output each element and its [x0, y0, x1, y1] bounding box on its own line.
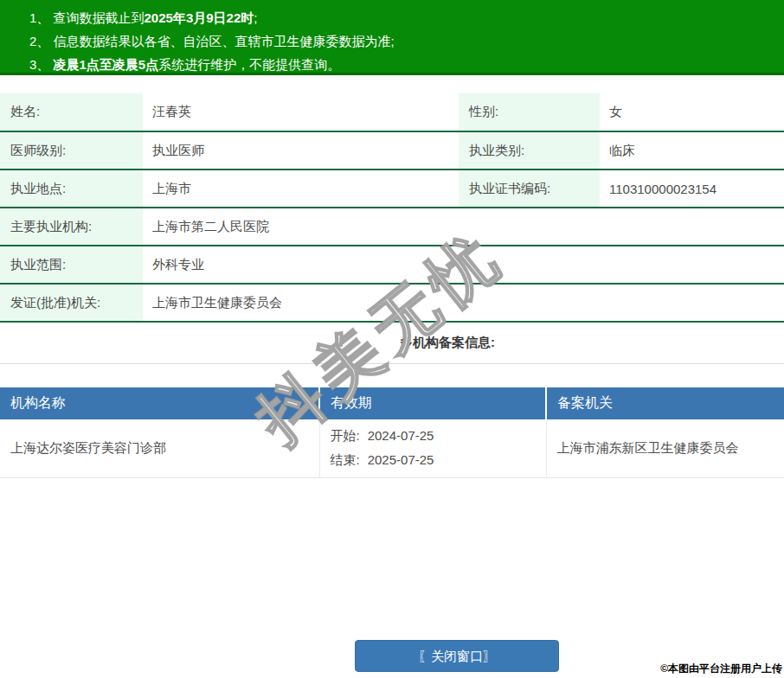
validity-end-label: 结束: — [331, 452, 360, 467]
validity-start: 开始:2024-07-25 — [331, 428, 546, 445]
field-value-name: 汪春英 — [143, 93, 459, 131]
field-value-level: 执业医师 — [143, 131, 459, 170]
query-result-page: 1、 查询数据截止到2025年3月9日22时; 2、 信息数据结果以各省、自治区… — [0, 0, 784, 678]
filing-org-name: 上海达尔姿医疗美容门诊部 — [0, 419, 319, 478]
field-value-category: 临床 — [600, 131, 784, 170]
field-label-location: 执业地点: — [0, 170, 143, 208]
notice-text: 系统进行维护，不能提供查询。 — [158, 57, 340, 72]
notice-text: ; — [254, 10, 257, 25]
filing-col-authority: 备案机关 — [546, 387, 784, 419]
field-label-cert-no: 执业证书编码: — [459, 170, 600, 208]
practitioner-info-table: 姓名: 汪春英 性别: 女 医师级别: 执业医师 执业类别: 临床 执业地点: … — [0, 93, 784, 323]
field-value-location: 上海市 — [143, 170, 459, 208]
notice-text: 3、 — [29, 57, 54, 72]
field-label-category: 执业类别: — [459, 131, 600, 170]
field-value-gender: 女 — [600, 93, 784, 131]
filing-table-row: 上海达尔姿医疗美容门诊部 开始:2024-07-25 结束:2025-07-25… — [0, 419, 784, 478]
notice-line-1: 1、 查询数据截止到2025年3月9日22时; — [29, 6, 775, 29]
notice-text: 1、 查询数据截止到 — [29, 10, 145, 25]
field-label-name: 姓名: — [0, 93, 143, 131]
validity-period: 开始:2024-07-25 结束:2025-07-25 — [331, 419, 546, 477]
field-label-issuer: 发证(批准)机关: — [0, 284, 143, 322]
filing-section-header: 多机构备案信息: — [0, 323, 784, 364]
filing-section-title: 多机构备案信息: — [400, 335, 495, 351]
filing-authority: 上海市浦东新区卫生健康委员会 — [546, 419, 784, 478]
field-value-main-org: 上海市第二人民医院 — [143, 208, 784, 246]
field-label-level: 医师级别: — [0, 131, 143, 170]
field-value-scope: 外科专业 — [143, 246, 784, 284]
validity-start-label: 开始: — [331, 428, 360, 443]
field-value-cert-no: 110310000023154 — [600, 170, 784, 208]
filing-table: 机构名称 有效期 备案机关 上海达尔姿医疗美容门诊部 开始:2024-07-25… — [0, 387, 784, 478]
close-window-button[interactable]: 〖关闭窗口〗 — [355, 640, 559, 672]
table-row: 姓名: 汪春英 性别: 女 — [0, 93, 784, 131]
filing-col-org: 机构名称 — [0, 387, 319, 419]
upload-copyright-note: ©本图由平台注册用户上传 — [660, 662, 782, 676]
field-value-issuer: 上海市卫生健康委员会 — [143, 284, 784, 322]
field-label-main-org: 主要执业机构: — [0, 208, 143, 246]
filing-col-validity: 有效期 — [319, 387, 546, 419]
notice-line-2: 2、 信息数据结果以各省、自治区、直辖市卫生健康委数据为准; — [29, 29, 775, 53]
notice-text: 2、 信息数据结果以各省、自治区、直辖市卫生健康委数据为准; — [29, 34, 395, 48]
validity-end: 结束:2025-07-25 — [331, 452, 546, 469]
filing-validity: 开始:2024-07-25 结束:2025-07-25 — [319, 419, 546, 478]
validity-start-date: 2024-07-25 — [368, 428, 434, 443]
field-label-scope: 执业范围: — [0, 246, 143, 284]
validity-end-date: 2025-07-25 — [368, 452, 434, 467]
table-row: 执业范围: 外科专业 — [0, 246, 784, 284]
notice-bold-text: 2025年3月9日22时 — [145, 10, 254, 25]
table-row: 主要执业机构: 上海市第二人民医院 — [0, 208, 784, 246]
table-row: 发证(批准)机关: 上海市卫生健康委员会 — [0, 284, 784, 322]
filing-table-header-row: 机构名称 有效期 备案机关 — [0, 387, 784, 419]
table-row: 执业地点: 上海市 执业证书编码: 110310000023154 — [0, 170, 784, 208]
notice-line-3: 3、 凌晨1点至凌晨5点系统进行维护，不能提供查询。 — [29, 53, 775, 76]
notice-bold-text: 凌晨1点至凌晨5点 — [54, 57, 159, 72]
field-label-gender: 性别: — [459, 93, 600, 131]
table-row: 医师级别: 执业医师 执业类别: 临床 — [0, 131, 784, 170]
notice-banner: 1、 查询数据截止到2025年3月9日22时; 2、 信息数据结果以各省、自治区… — [0, 0, 784, 75]
